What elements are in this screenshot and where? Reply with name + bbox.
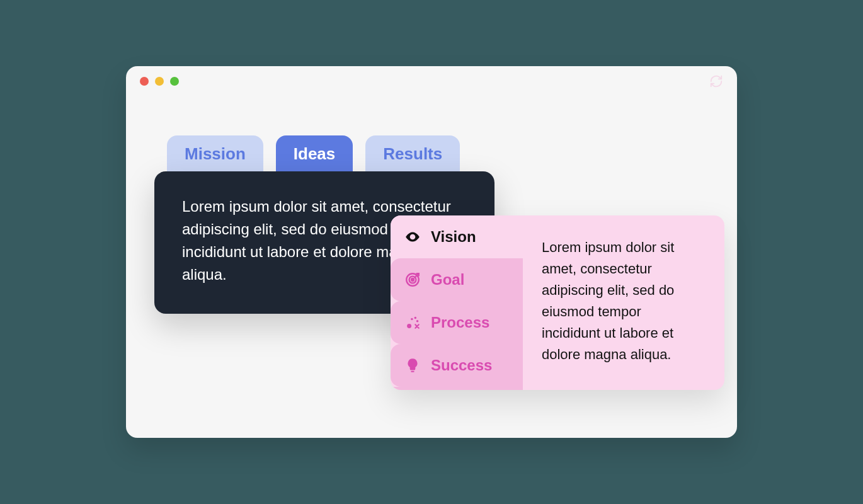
window: Mission Ideas Results Lorem ipsum dolor … bbox=[126, 66, 737, 438]
svg-point-6 bbox=[414, 317, 416, 319]
list-card: Vision Goal Process bbox=[391, 215, 724, 390]
svg-point-3 bbox=[411, 278, 414, 281]
list-item-label: Process bbox=[431, 314, 489, 331]
eye-icon bbox=[404, 229, 421, 245]
canvas: Mission Ideas Results Lorem ipsum dolor … bbox=[126, 66, 737, 438]
list-item-goal[interactable]: Goal bbox=[391, 258, 523, 301]
svg-rect-8 bbox=[411, 371, 414, 372]
list-spacer bbox=[391, 387, 523, 390]
svg-point-7 bbox=[416, 320, 418, 322]
lightbulb-icon bbox=[404, 357, 421, 374]
strategy-icon bbox=[404, 314, 421, 331]
list-item-label: Goal bbox=[431, 271, 464, 289]
svg-point-4 bbox=[407, 324, 411, 328]
svg-point-5 bbox=[411, 318, 413, 320]
list-item-vision[interactable]: Vision bbox=[391, 215, 523, 258]
list-panel: Lorem ipsum dolor sit amet, consectetur … bbox=[523, 215, 724, 390]
vertical-list: Vision Goal Process bbox=[391, 215, 523, 390]
list-item-process[interactable]: Process bbox=[391, 301, 523, 344]
svg-point-0 bbox=[411, 236, 414, 238]
target-icon bbox=[404, 272, 421, 288]
tabbar: Mission Ideas Results bbox=[154, 135, 494, 171]
list-item-success[interactable]: Success bbox=[391, 344, 523, 387]
list-item-label: Success bbox=[431, 357, 492, 374]
list-item-label: Vision bbox=[431, 228, 476, 246]
